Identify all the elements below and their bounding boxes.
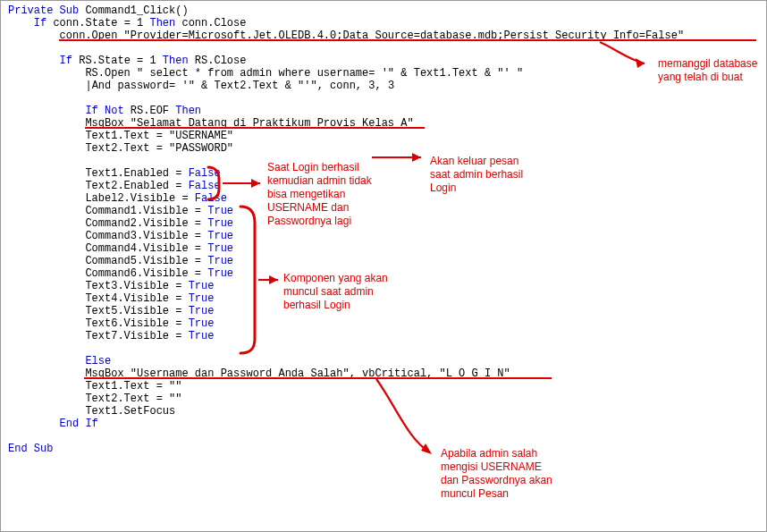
blank-line [8,92,759,105]
code-line: Text1.Text = "" [8,380,759,393]
annotation-login-msg: Akan keluar pesan saat admin berhasil Lo… [430,155,523,195]
code-line: If Not RS.EOF Then [8,105,759,117]
code-line: Text1.Text = "USERNAME" [8,130,759,142]
code-line: End If [8,418,759,430]
annotation-wrong-pw: Apabila admin salah mengisi USERNAME dan… [441,447,552,501]
blank-line [8,430,759,443]
blank-line [8,155,759,167]
code-line: Text6.Visible = True [8,317,759,330]
code-line: Label2.Visible = False [8,192,759,205]
code-line: RS.Open " select * from admin where user… [8,67,759,80]
underline-msgbox-error [84,377,552,379]
code-line: Private Sub Command1_Click() [8,4,759,17]
code-line: Command5.Visible = True [8,255,759,267]
code-editor: Private Sub Command1_Click() If conn.Sta… [8,4,759,455]
code-line: Text2.Enabled = False [8,180,759,192]
blank-line [8,42,759,55]
code-line: End Sub [8,443,759,455]
code-line: Text7.Visible = True [8,330,759,342]
text-cursor: | [85,80,91,92]
annotation-components: Komponen yang akan muncul saat admin ber… [283,272,388,312]
code-line: |And password= '" & Text2.Text & "'", co… [8,80,759,92]
annotation-disable-fields: Saat Login berhasil kemudian admin tidak… [267,161,372,228]
underline-conn-open [59,39,756,41]
code-line: If conn.State = 1 Then conn.Close [8,17,759,30]
code-line: Text1.Enabled = False [8,167,759,180]
underline-msgbox-welcome [85,127,425,129]
code-line: Command1.Visible = True [8,205,759,217]
code-line: Text1.SetFocus [8,405,759,418]
blank-line [8,342,759,355]
code-line: Text2.Text = "" [8,393,759,405]
code-line: Text2.Text = "PASSWORD" [8,142,759,155]
code-line: Command4.Visible = True [8,242,759,255]
code-line: Else [8,355,759,367]
code-line: Command2.Visible = True [8,217,759,230]
code-line: Command3.Visible = True [8,230,759,242]
code-line: If RS.State = 1 Then RS.Close [8,55,759,67]
keyword: Private Sub [8,4,79,17]
annotation-database: memanggil database yang telah di buat [658,57,757,84]
